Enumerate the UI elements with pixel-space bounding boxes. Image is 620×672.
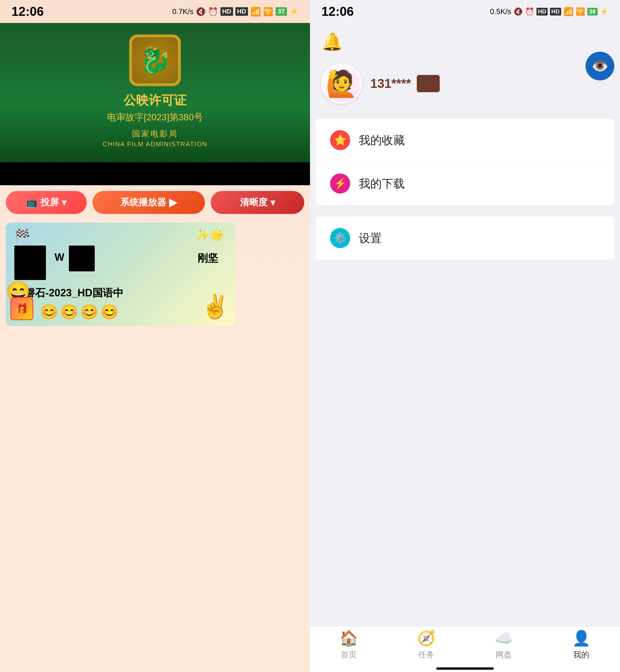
home-icon: 🏠 <box>340 629 358 647</box>
cast-arrow: ▾ <box>62 197 66 208</box>
lightning-icon: ⚡ <box>334 178 347 190</box>
cert-number: 电审故字[2023]第380号 <box>107 111 203 124</box>
emoji-2: 😊 <box>60 303 78 320</box>
system-player-button[interactable]: 系统播放器 ▶ <box>92 191 205 214</box>
settings-label: 设置 <box>359 230 382 246</box>
dragon-logo: 🐉 <box>129 35 181 86</box>
time-right: 12:06 <box>321 4 354 19</box>
home-label: 首页 <box>341 649 357 660</box>
time-left: 12:06 <box>11 4 44 19</box>
favorites-icon-circle: ⭐ <box>330 130 350 150</box>
avatar-emoji: 🙋 <box>325 68 358 99</box>
left-panel: 12:06 0.7K/s 🔇 ⏰ HD HD 📶 🛜 37 ⚡ 🐉 公映许可证 … <box>0 0 310 672</box>
quality-button[interactable]: 清晰度 ▾ <box>211 191 304 214</box>
cert-authority-en: CHINA FILM ADMINISTRATION <box>103 140 208 148</box>
control-buttons: 📺 投屏 ▾ 系统播放器 ▶ 清晰度 ▾ <box>0 185 310 220</box>
speed-right: 0.5K/s <box>490 7 511 16</box>
signal-icon-left: 📶 <box>250 7 261 17</box>
peace-sticker: ✌️ <box>201 293 229 320</box>
gift-icon-box: 🎁 <box>10 297 33 320</box>
user-info: 131**** <box>370 75 440 92</box>
emoji-sticker-row: 😊 😊 😊 😊 <box>40 303 118 320</box>
star-decoration: ✨🌟 <box>195 228 224 242</box>
tasks-icon: 🧭 <box>417 629 436 647</box>
hd-badge2: HD <box>236 7 248 16</box>
downloads-menu-item[interactable]: ⚡ 我的下载 <box>316 162 614 205</box>
alarm-icon: ⏰ <box>208 7 218 16</box>
bottom-nav: 🏠 首页 🧭 任务 ☁️ 网盘 👤 我的 <box>310 626 620 672</box>
dragon-emoji: 🐉 <box>139 45 171 76</box>
eye-monster: 👁️ <box>585 52 614 81</box>
user-profile-area: 🙋 131**** <box>310 58 620 115</box>
emoji-4: 😊 <box>100 303 118 320</box>
censored-block-1 <box>14 246 46 280</box>
settings-icon-circle: ⚙️ <box>330 228 350 248</box>
cast-button[interactable]: 📺 投屏 ▾ <box>6 191 87 214</box>
nav-cloud[interactable]: ☁️ 网盘 <box>465 629 542 660</box>
battery-right: 38 <box>587 8 598 15</box>
bell-icon[interactable]: 🔔 <box>321 32 343 52</box>
alarm-icon-right: ⏰ <box>525 7 534 16</box>
user-phone: 131**** <box>370 77 411 91</box>
status-bar-right: 12:06 0.5K/s 🔇 ⏰ HD HD 📶 🛜 38 ⚡ <box>310 0 620 23</box>
home-indicator <box>436 667 494 670</box>
section-divider <box>316 208 614 213</box>
tasks-label: 任务 <box>418 649 434 660</box>
quality-arrow: ▾ <box>270 197 275 208</box>
favorites-menu-item[interactable]: ⭐ 我的收藏 <box>316 118 614 162</box>
charging-icon-left: ⚡ <box>289 7 299 16</box>
video-area: 🏁 ✨🌟 W 刚坚 如磐石-2023_HD国语中 😄 😊 😊 😊 😊 <box>0 220 310 672</box>
star-icon: ⭐ <box>334 134 347 146</box>
nav-tasks[interactable]: 🧭 任务 <box>388 629 465 660</box>
video-thumbnail[interactable]: 🏁 ✨🌟 W 刚坚 如磐石-2023_HD国语中 😄 😊 😊 😊 😊 <box>6 223 236 326</box>
cast-icon: 📺 <box>26 197 38 208</box>
cast-label: 投屏 <box>41 196 59 209</box>
hd-badge-r1: HD <box>536 8 548 15</box>
nav-home[interactable]: 🏠 首页 <box>310 629 388 660</box>
video-text-jianzhu: 刚坚 <box>198 251 218 266</box>
mute-icon: 🔇 <box>196 7 206 16</box>
mine-label: 我的 <box>573 649 589 660</box>
user-tag-block <box>417 75 440 92</box>
right-panel: 12:06 0.5K/s 🔇 ⏰ HD HD 📶 🛜 38 ⚡ 🔔 🙋 131*… <box>310 0 620 672</box>
battery-left: 37 <box>275 7 287 16</box>
quality-label: 清晰度 <box>240 196 267 209</box>
gear-icon: ⚙️ <box>334 232 347 244</box>
downloads-icon-circle: ⚡ <box>330 174 350 194</box>
censored-block-2 <box>69 246 95 271</box>
user-avatar[interactable]: 🙋 <box>321 63 362 104</box>
wifi-icon-left: 🛜 <box>263 7 273 16</box>
hd-badge1: HD <box>220 7 233 16</box>
speed-left: 0.7K/s <box>172 7 194 16</box>
play-icon: ▶ <box>169 196 177 208</box>
film-cert-area: 🐉 公映许可证 电审故字[2023]第380号 国家电影局 CHINA FILM… <box>0 23 310 162</box>
cloud-icon: ☁️ <box>495 629 513 647</box>
cert-authority: 国家电影局 <box>132 128 178 139</box>
status-icons-left: 0.7K/s 🔇 ⏰ HD HD 📶 🛜 37 ⚡ <box>172 7 299 17</box>
dragon-logo-inner: 🐉 <box>132 37 178 83</box>
nav-mine[interactable]: 👤 我的 <box>542 629 620 660</box>
video-text-w: W <box>55 251 64 263</box>
black-bar <box>0 162 310 185</box>
system-player-label: 系统播放器 <box>120 196 166 209</box>
downloads-label: 我的下载 <box>359 176 405 192</box>
mute-icon-right: 🔇 <box>514 7 523 16</box>
emoji-1: 😊 <box>40 303 58 320</box>
settings-menu-item[interactable]: ⚙️ 设置 <box>316 217 614 259</box>
status-icons-right: 0.5K/s 🔇 ⏰ HD HD 📶 🛜 38 ⚡ <box>490 7 609 16</box>
hd-badge-r2: HD <box>550 8 561 15</box>
menu-card-2: ⚙️ 设置 <box>316 217 614 259</box>
menu-card-1: ⭐ 我的收藏 ⚡ 我的下载 <box>316 118 614 205</box>
signal-icon-right: 📶 <box>563 7 573 16</box>
wifi-icon-right: 🛜 <box>576 7 585 16</box>
status-bar-left: 12:06 0.7K/s 🔇 ⏰ HD HD 📶 🛜 37 ⚡ <box>0 0 310 23</box>
mine-icon: 👤 <box>572 629 591 647</box>
cloud-label: 网盘 <box>496 649 512 660</box>
checkered-flag-icon: 🏁 <box>14 228 30 243</box>
notification-area[interactable]: 🔔 <box>310 23 620 58</box>
content-area: ⭐ 我的收藏 ⚡ 我的下载 ⚙️ 设置 <box>310 115 620 672</box>
cert-title: 公映许可证 <box>123 92 187 109</box>
emoji-3: 😊 <box>81 303 98 320</box>
favorites-label: 我的收藏 <box>359 132 405 148</box>
charging-right: ⚡ <box>600 7 609 15</box>
